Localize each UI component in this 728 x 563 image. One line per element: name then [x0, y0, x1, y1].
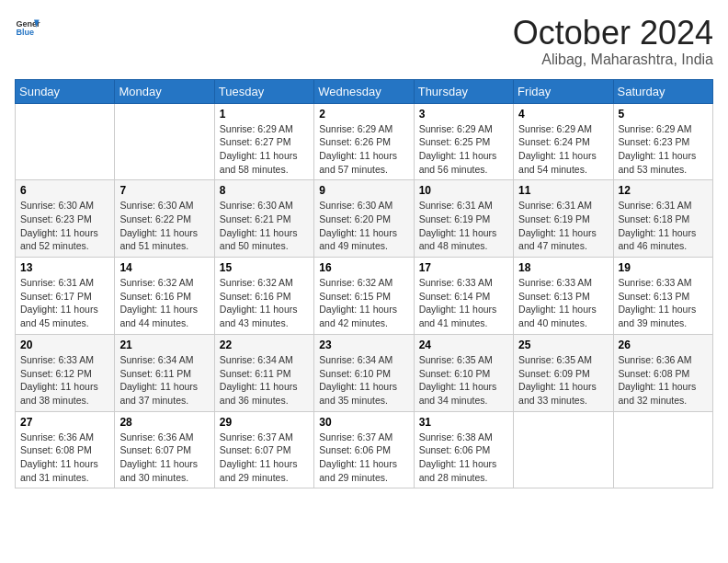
- day-number: 25: [518, 339, 608, 351]
- day-info: Sunrise: 6:33 AM Sunset: 6:13 PM Dayligh…: [518, 276, 608, 330]
- day-number: 1: [220, 108, 309, 121]
- day-info: Sunrise: 6:29 AM Sunset: 6:25 PM Dayligh…: [419, 122, 508, 177]
- day-info: Sunrise: 6:38 AM Sunset: 6:06 PM Dayligh…: [419, 431, 508, 485]
- calendar-day-cell: 29Sunrise: 6:37 AM Sunset: 6:07 PM Dayli…: [214, 411, 313, 488]
- calendar-day-cell: 30Sunrise: 6:37 AM Sunset: 6:06 PM Dayli…: [314, 411, 414, 488]
- calendar-day-cell: 5Sunrise: 6:29 AM Sunset: 6:23 PM Daylig…: [613, 103, 712, 180]
- calendar-day-cell: 31Sunrise: 6:38 AM Sunset: 6:06 PM Dayli…: [414, 411, 513, 488]
- calendar-table: SundayMondayTuesdayWednesdayThursdayFrid…: [15, 79, 713, 489]
- day-info: Sunrise: 6:30 AM Sunset: 6:22 PM Dayligh…: [119, 199, 209, 253]
- svg-text:Blue: Blue: [16, 28, 34, 37]
- weekday-header: Friday: [514, 79, 613, 103]
- day-info: Sunrise: 6:29 AM Sunset: 6:26 PM Dayligh…: [319, 122, 408, 177]
- calendar-day-cell: 12Sunrise: 6:31 AM Sunset: 6:18 PM Dayli…: [613, 180, 712, 258]
- day-info: Sunrise: 6:36 AM Sunset: 6:08 PM Dayligh…: [619, 353, 708, 408]
- calendar-day-cell: 3Sunrise: 6:29 AM Sunset: 6:25 PM Daylig…: [414, 103, 513, 180]
- day-number: 9: [319, 184, 408, 197]
- day-number: 14: [119, 261, 209, 274]
- calendar-week-row: 1Sunrise: 6:29 AM Sunset: 6:27 PM Daylig…: [16, 103, 713, 180]
- day-info: Sunrise: 6:35 AM Sunset: 6:10 PM Dayligh…: [419, 353, 508, 408]
- day-info: Sunrise: 6:36 AM Sunset: 6:08 PM Dayligh…: [20, 431, 109, 485]
- day-number: 6: [20, 184, 109, 197]
- weekday-header: Sunday: [16, 79, 115, 103]
- day-info: Sunrise: 6:32 AM Sunset: 6:16 PM Dayligh…: [119, 276, 209, 330]
- calendar-day-cell: 25Sunrise: 6:35 AM Sunset: 6:09 PM Dayli…: [514, 334, 613, 411]
- day-number: 27: [20, 416, 109, 429]
- day-number: 31: [419, 416, 508, 429]
- weekday-header: Saturday: [613, 79, 712, 103]
- day-number: 5: [619, 108, 708, 121]
- day-info: Sunrise: 6:33 AM Sunset: 6:14 PM Dayligh…: [419, 276, 508, 330]
- calendar-day-cell: 23Sunrise: 6:34 AM Sunset: 6:10 PM Dayli…: [314, 334, 414, 411]
- day-number: 23: [319, 339, 408, 351]
- day-number: 30: [319, 416, 408, 429]
- logo-icon: General Blue: [15, 15, 40, 40]
- day-info: Sunrise: 6:33 AM Sunset: 6:13 PM Dayligh…: [619, 276, 708, 330]
- calendar-day-cell: 11Sunrise: 6:31 AM Sunset: 6:19 PM Dayli…: [514, 180, 613, 258]
- calendar-day-cell: 10Sunrise: 6:31 AM Sunset: 6:19 PM Dayli…: [414, 180, 513, 258]
- weekday-header: Wednesday: [314, 79, 414, 103]
- day-info: Sunrise: 6:31 AM Sunset: 6:18 PM Dayligh…: [619, 199, 708, 253]
- day-info: Sunrise: 6:31 AM Sunset: 6:19 PM Dayligh…: [419, 199, 508, 253]
- day-number: 2: [319, 108, 408, 121]
- day-number: 11: [518, 184, 608, 197]
- day-info: Sunrise: 6:34 AM Sunset: 6:10 PM Dayligh…: [319, 353, 408, 408]
- calendar-day-cell: 20Sunrise: 6:33 AM Sunset: 6:12 PM Dayli…: [16, 334, 115, 411]
- calendar-day-cell: 24Sunrise: 6:35 AM Sunset: 6:10 PM Dayli…: [414, 334, 513, 411]
- day-number: 26: [619, 339, 708, 351]
- calendar-day-cell: 21Sunrise: 6:34 AM Sunset: 6:11 PM Dayli…: [115, 334, 214, 411]
- calendar-day-cell: 19Sunrise: 6:33 AM Sunset: 6:13 PM Dayli…: [613, 258, 712, 335]
- day-info: Sunrise: 6:31 AM Sunset: 6:19 PM Dayligh…: [518, 199, 608, 253]
- weekday-header-row: SundayMondayTuesdayWednesdayThursdayFrid…: [16, 79, 713, 103]
- calendar-day-cell: [115, 103, 214, 180]
- day-number: 7: [119, 184, 209, 197]
- day-info: Sunrise: 6:32 AM Sunset: 6:16 PM Dayligh…: [220, 276, 309, 330]
- day-number: 10: [419, 184, 508, 197]
- calendar-day-cell: 28Sunrise: 6:36 AM Sunset: 6:07 PM Dayli…: [115, 411, 214, 488]
- day-info: Sunrise: 6:31 AM Sunset: 6:17 PM Dayligh…: [20, 276, 109, 330]
- day-number: 29: [220, 416, 309, 429]
- calendar-day-cell: [613, 411, 712, 488]
- day-number: 19: [619, 261, 708, 274]
- month-title: October 2024: [513, 15, 713, 52]
- day-number: 8: [220, 184, 309, 197]
- day-number: 18: [518, 261, 608, 274]
- calendar-week-row: 27Sunrise: 6:36 AM Sunset: 6:08 PM Dayli…: [16, 411, 713, 488]
- day-info: Sunrise: 6:30 AM Sunset: 6:20 PM Dayligh…: [319, 199, 408, 253]
- day-info: Sunrise: 6:29 AM Sunset: 6:23 PM Dayligh…: [619, 122, 708, 177]
- day-info: Sunrise: 6:32 AM Sunset: 6:15 PM Dayligh…: [319, 276, 408, 330]
- day-number: 24: [419, 339, 508, 351]
- day-info: Sunrise: 6:30 AM Sunset: 6:23 PM Dayligh…: [20, 199, 109, 253]
- calendar-day-cell: 1Sunrise: 6:29 AM Sunset: 6:27 PM Daylig…: [214, 103, 313, 180]
- calendar-week-row: 20Sunrise: 6:33 AM Sunset: 6:12 PM Dayli…: [16, 334, 713, 411]
- calendar-week-row: 13Sunrise: 6:31 AM Sunset: 6:17 PM Dayli…: [16, 258, 713, 335]
- calendar-day-cell: 8Sunrise: 6:30 AM Sunset: 6:21 PM Daylig…: [214, 180, 313, 258]
- day-number: 13: [20, 261, 109, 274]
- day-info: Sunrise: 6:34 AM Sunset: 6:11 PM Dayligh…: [119, 353, 209, 408]
- day-info: Sunrise: 6:35 AM Sunset: 6:09 PM Dayligh…: [518, 353, 608, 408]
- calendar-day-cell: 27Sunrise: 6:36 AM Sunset: 6:08 PM Dayli…: [16, 411, 115, 488]
- calendar-day-cell: [514, 411, 613, 488]
- weekday-header: Thursday: [414, 79, 513, 103]
- page-header: General Blue October 2024 Alibag, Mahara…: [15, 15, 713, 68]
- day-number: 15: [220, 261, 309, 274]
- day-info: Sunrise: 6:30 AM Sunset: 6:21 PM Dayligh…: [220, 199, 309, 253]
- day-number: 28: [119, 416, 209, 429]
- logo: General Blue: [15, 15, 40, 40]
- calendar-day-cell: 4Sunrise: 6:29 AM Sunset: 6:24 PM Daylig…: [514, 103, 613, 180]
- calendar-day-cell: 18Sunrise: 6:33 AM Sunset: 6:13 PM Dayli…: [514, 258, 613, 335]
- calendar-day-cell: 6Sunrise: 6:30 AM Sunset: 6:23 PM Daylig…: [16, 180, 115, 258]
- calendar-day-cell: 22Sunrise: 6:34 AM Sunset: 6:11 PM Dayli…: [214, 334, 313, 411]
- calendar-day-cell: 13Sunrise: 6:31 AM Sunset: 6:17 PM Dayli…: [16, 258, 115, 335]
- calendar-week-row: 6Sunrise: 6:30 AM Sunset: 6:23 PM Daylig…: [16, 180, 713, 258]
- location-title: Alibag, Maharashtra, India: [513, 52, 713, 68]
- calendar-day-cell: 26Sunrise: 6:36 AM Sunset: 6:08 PM Dayli…: [613, 334, 712, 411]
- day-info: Sunrise: 6:36 AM Sunset: 6:07 PM Dayligh…: [119, 431, 209, 485]
- calendar-day-cell: 7Sunrise: 6:30 AM Sunset: 6:22 PM Daylig…: [115, 180, 214, 258]
- day-number: 3: [419, 108, 508, 121]
- day-number: 22: [220, 339, 309, 351]
- day-info: Sunrise: 6:34 AM Sunset: 6:11 PM Dayligh…: [220, 353, 309, 408]
- title-block: October 2024 Alibag, Maharashtra, India: [513, 15, 713, 68]
- day-number: 17: [419, 261, 508, 274]
- calendar-day-cell: [16, 103, 115, 180]
